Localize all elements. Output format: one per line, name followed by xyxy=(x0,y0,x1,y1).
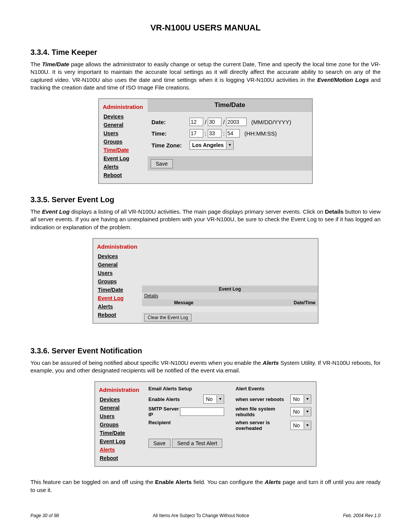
sidebar-item-users[interactable]: Users xyxy=(95,412,144,420)
time-hh-input[interactable] xyxy=(190,129,203,137)
para-335: The Event Log displays a listing of all … xyxy=(30,208,381,231)
t-bold: Alerts xyxy=(265,479,281,485)
time-label: Time: xyxy=(151,130,190,137)
select-value: No xyxy=(291,396,304,402)
sidebar-item-devices[interactable]: Devices xyxy=(95,395,144,404)
time-mm-input[interactable] xyxy=(208,129,221,137)
t: The xyxy=(30,208,42,215)
para-336b: This feature can be toggled on and off u… xyxy=(30,478,381,494)
tz-value: Los Angeles xyxy=(190,142,226,148)
t: displays a listing of all VR-N100U activ… xyxy=(70,208,325,215)
details-link[interactable]: Details xyxy=(144,293,158,299)
select-value: No xyxy=(291,422,304,428)
row-time: Time: : : (HH:MM:SS) xyxy=(151,129,308,137)
t-bold: Time/Date xyxy=(42,61,69,67)
clear-eventlog-button[interactable]: Clear the Event Log xyxy=(144,314,191,321)
sidebar-item-timedate[interactable]: Time/Date xyxy=(95,429,144,437)
event-reboot-select[interactable]: No xyxy=(290,395,311,404)
sidebar-item-devices[interactable]: Devices xyxy=(93,252,142,260)
sidebar-item-reboot[interactable]: Reboot xyxy=(99,171,148,179)
heading-334: 3.3.4. Time Keeper xyxy=(30,48,381,57)
sidebar-item-timedate[interactable]: Time/Date xyxy=(93,286,142,294)
svg-marker-4 xyxy=(306,425,309,427)
t: field. You can configure the xyxy=(191,479,264,485)
date-label: Date: xyxy=(151,119,190,125)
sidebar-item-groups[interactable]: Groups xyxy=(95,420,144,429)
sidebar-item-users[interactable]: Users xyxy=(93,269,142,277)
sidebar-item-general[interactable]: General xyxy=(99,121,148,129)
sidebar-item-alerts[interactable]: Alerts xyxy=(93,302,142,311)
sidebar-item-eventlog[interactable]: Event Log xyxy=(99,154,148,163)
t: You can be assured of being notified abo… xyxy=(30,359,263,366)
t-bold: Event/Motion Logs xyxy=(317,77,369,83)
alerts-right-header: Alert Events xyxy=(236,386,311,391)
tz-select[interactable]: Los Angeles xyxy=(190,141,234,150)
eventlog-title: Event Log xyxy=(142,286,318,292)
sidebar-item-eventlog[interactable]: Event Log xyxy=(93,294,142,302)
send-test-alert-button[interactable]: Send a Test Alert xyxy=(172,439,222,448)
time-ss-input[interactable] xyxy=(226,129,240,137)
event-overheat-select[interactable]: No xyxy=(290,421,311,430)
date-month-input[interactable] xyxy=(190,118,203,126)
para-336: You can be assured of being notified abo… xyxy=(30,359,381,375)
sidebar-item-users[interactable]: Users xyxy=(99,129,148,137)
t: The xyxy=(30,61,42,67)
t: button to view xyxy=(344,208,381,215)
sidebar-item-general[interactable]: General xyxy=(93,260,142,269)
select-value: No xyxy=(204,396,217,402)
save-button[interactable]: Save xyxy=(151,159,173,168)
row-tz: Time Zone: Los Angeles xyxy=(151,141,308,150)
footer-page: Page 30 of 98 xyxy=(30,513,59,518)
save-button[interactable]: Save xyxy=(148,439,170,448)
panel-alerts: Administration Devices General Users Gro… xyxy=(94,381,317,467)
chevron-down-icon xyxy=(304,395,311,403)
sidebar-item-alerts[interactable]: Alerts xyxy=(95,446,144,454)
admin-sidebar: Administration Devices General Users Gro… xyxy=(93,239,142,323)
sidebar-item-reboot[interactable]: Reboot xyxy=(95,454,144,462)
sep-colon: : xyxy=(205,130,206,137)
sidebar-item-alerts[interactable]: Alerts xyxy=(99,163,148,171)
col-message: Message xyxy=(142,299,226,306)
date-year-input[interactable] xyxy=(226,118,247,126)
enable-alerts-select[interactable]: No xyxy=(203,395,224,404)
heading-336: 3.3.6. Server Event Notification xyxy=(30,347,381,355)
smtp-label: SMTP Server IP xyxy=(148,406,180,417)
t-italic: all xyxy=(30,216,36,222)
t-bold: Enable Alerts xyxy=(155,479,192,485)
svg-marker-3 xyxy=(306,411,309,413)
event-log-table: Event Log Details Message Date/Time Clea… xyxy=(142,286,318,323)
col-datetime: Date/Time xyxy=(226,299,318,306)
heading-335: 3.3.5. Server Event Log xyxy=(30,195,381,204)
date-day-input[interactable] xyxy=(208,118,221,126)
sidebar-item-eventlog[interactable]: Event Log xyxy=(95,437,144,446)
event-rebuild-select[interactable]: No xyxy=(290,407,311,416)
panel-timedate: Administration Devices General Users Gro… xyxy=(98,98,313,184)
event-overheat-label: when server is overheated xyxy=(236,420,290,431)
sep-slash: / xyxy=(205,119,206,125)
smtp-ip-input[interactable] xyxy=(180,407,224,416)
sidebar-item-timedate[interactable]: Time/Date xyxy=(99,146,148,154)
chevron-down-icon xyxy=(226,141,233,149)
time-hint: (HH:MM:SS) xyxy=(244,130,277,137)
sidebar-header: Administration xyxy=(99,101,148,112)
t: server events. If you are having an unex… xyxy=(30,216,381,230)
sidebar-item-groups[interactable]: Groups xyxy=(99,137,148,146)
footer-notice: All Items Are Subject To Change Without … xyxy=(153,513,249,518)
svg-marker-0 xyxy=(229,144,231,146)
sidebar-item-devices[interactable]: Devices xyxy=(99,112,148,121)
page-footer: Page 30 of 98 All Items Are Subject To C… xyxy=(30,513,381,518)
panel-eventlog: Administration Devices General Users Gro… xyxy=(92,238,319,324)
admin-sidebar: Administration Devices General Users Gro… xyxy=(95,382,144,466)
chevron-down-icon xyxy=(217,395,224,403)
sidebar-item-groups[interactable]: Groups xyxy=(93,277,142,286)
para-334: The Time/Date page allows the administra… xyxy=(30,61,381,91)
admin-sidebar: Administration Devices General Users Gro… xyxy=(99,99,148,183)
chevron-down-icon xyxy=(304,408,311,415)
sidebar-item-reboot[interactable]: Reboot xyxy=(93,311,142,319)
sidebar-item-general[interactable]: General xyxy=(95,404,144,412)
select-value: No xyxy=(291,409,304,415)
svg-marker-1 xyxy=(219,398,221,400)
sep-colon: : xyxy=(223,130,225,137)
date-hint: (MM/DD/YYYY) xyxy=(251,119,291,125)
alerts-left-header: Email Alerts Setup xyxy=(148,386,224,391)
